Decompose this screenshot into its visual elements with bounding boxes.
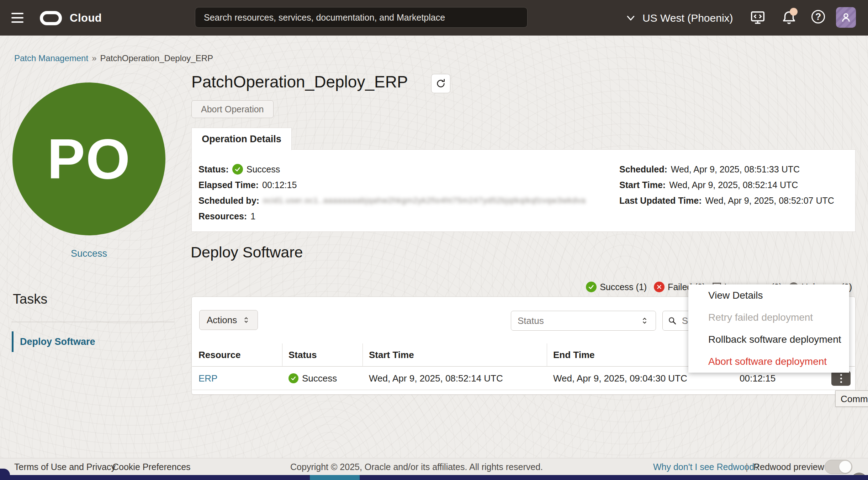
footer-separator: | — [746, 458, 748, 475]
global-search-input[interactable] — [195, 7, 528, 28]
page-title: PatchOperation_Deploy_ERP — [191, 72, 408, 91]
column-divider — [362, 343, 363, 367]
status-field: Status: Success — [199, 163, 280, 175]
entity-initials: PO — [47, 126, 131, 192]
success-check-icon — [289, 373, 298, 383]
region-chevron-down-icon[interactable] — [625, 13, 637, 23]
cell-resource: ERP — [192, 367, 282, 390]
dual-chevron-icon — [242, 316, 250, 324]
status-value: Success — [247, 164, 280, 175]
tasks-heading: Tasks — [13, 292, 47, 307]
success-check-icon — [232, 164, 243, 175]
legend-success: Success (1) — [586, 282, 647, 292]
column-header-start-time[interactable]: Start Time — [362, 343, 547, 367]
breadcrumb-patch-management[interactable]: Patch Management — [14, 53, 88, 63]
footer: Terms of Use and Privacy Cookie Preferen… — [0, 458, 868, 475]
user-avatar[interactable] — [836, 7, 856, 28]
scheduled-by-label: Scheduled by: — [199, 196, 259, 206]
refresh-button[interactable] — [431, 74, 450, 93]
entity-avatar-circle: PO — [12, 82, 165, 235]
row-actions-context-menu: View Details Retry failed deployment Rol… — [688, 284, 849, 373]
column-divider — [547, 343, 547, 367]
tab-operation-details[interactable]: Operation Details — [191, 128, 292, 150]
resource-link[interactable]: ERP — [199, 373, 217, 384]
success-check-icon — [586, 282, 597, 292]
actions-button[interactable]: Actions — [199, 310, 258, 330]
last-updated-label: Last Updated Time: — [619, 196, 702, 206]
resources-field: Resources: 1 — [199, 210, 255, 222]
scheduled-field: Scheduled: Wed, Apr 9, 2025, 08:51:33 UT… — [619, 163, 800, 175]
bottom-navy-bar — [0, 475, 868, 480]
redwood-preview-label: Redwood preview — [753, 458, 824, 475]
menu-item-view-details[interactable]: View Details — [688, 284, 849, 306]
status-value: Success — [302, 373, 337, 384]
resources-value: 1 — [250, 211, 255, 222]
menu-item-abort-software-deployment[interactable]: Abort software deployment — [688, 351, 849, 373]
scheduled-by-field: Scheduled by: ocid1.user.oc1..aaaaaaaabj… — [199, 194, 586, 207]
redwood-preview-toggle[interactable] — [825, 460, 852, 474]
start-time-field: Start Time: Wed, Apr 9, 2025, 08:52:14 U… — [619, 179, 798, 191]
toggle-knob — [839, 461, 851, 473]
bottom-bar-accent — [310, 475, 360, 480]
failed-x-icon — [654, 282, 665, 292]
top-header: Cloud US West (Phoenix) ? — [0, 0, 868, 36]
help-icon[interactable]: ? — [811, 10, 825, 23]
start-time-label: Start Time: — [619, 180, 666, 190]
start-time-value: Wed, Apr 9, 2025, 08:52:14 UTC — [669, 180, 798, 190]
status-label: Status: — [199, 164, 229, 175]
notification-dot — [790, 8, 798, 16]
dual-chevron-icon — [640, 316, 649, 325]
cookie-preferences-link[interactable]: Cookie Preferences — [112, 458, 191, 475]
terms-link[interactable]: Terms of Use and Privacy — [14, 458, 116, 475]
cell-start-time: Wed, Apr 9, 2025, 08:52:14 UTC — [362, 367, 547, 390]
entity-status-label: Success — [12, 248, 165, 259]
scheduled-value: Wed, Apr 9, 2025, 08:51:33 UTC — [671, 164, 800, 175]
deploy-software-heading: Deploy Software — [191, 244, 303, 261]
oracle-logo-icon — [40, 11, 62, 25]
menu-item-retry-failed-deployment: Retry failed deployment — [688, 306, 849, 329]
operation-details-panel: Status: Success Elapsed Time: 00:12:15 S… — [191, 149, 856, 232]
task-item-deploy-software[interactable]: Deploy Software — [12, 331, 95, 352]
row-actions-kebab-button[interactable] — [831, 371, 851, 386]
tasks-divider — [11, 322, 174, 322]
column-divider — [282, 343, 282, 367]
notifications-bell-icon[interactable] — [780, 9, 798, 27]
cloud-shell-icon[interactable] — [748, 9, 767, 27]
elapsed-label: Elapsed Time: — [199, 180, 259, 190]
last-updated-field: Last Updated Time: Wed, Apr 9, 2025, 08:… — [619, 194, 834, 207]
elapsed-value: 00:12:15 — [262, 180, 297, 190]
menu-item-rollback-software-deployment[interactable]: Rollback software deployment — [688, 329, 849, 351]
breadcrumb-current: PatchOperation_Deploy_ERP — [100, 53, 213, 63]
person-icon — [839, 10, 853, 25]
scheduled-label: Scheduled: — [619, 164, 667, 175]
status-filter-select[interactable]: Status — [511, 311, 656, 331]
breadcrumb: Patch Management»PatchOperation_Deploy_E… — [14, 53, 213, 63]
abort-operation-button[interactable]: Abort Operation — [191, 100, 274, 118]
elapsed-field: Elapsed Time: 00:12:15 — [199, 179, 297, 191]
brand-label: Cloud — [70, 12, 102, 25]
search-icon — [668, 316, 677, 326]
cell-status: Success — [282, 367, 362, 390]
column-header-resource[interactable]: Resource — [192, 343, 282, 367]
hamburger-menu-icon[interactable] — [11, 10, 28, 26]
refresh-icon — [435, 78, 446, 89]
command-tooltip: Comman — [835, 390, 868, 407]
last-updated-value: Wed, Apr 9, 2025, 08:52:07 UTC — [705, 196, 834, 206]
column-header-status[interactable]: Status — [282, 343, 362, 367]
copyright-text: Copyright © 2025, Oracle and/or its affi… — [290, 458, 543, 475]
scheduled-by-value-redacted: ocid1.user.oc1..aaaaaaaabjqahw2hkgm2yk2f… — [263, 196, 586, 205]
breadcrumb-separator: » — [92, 53, 96, 63]
redwood-question-link[interactable]: Why don't I see Redwood? — [653, 458, 759, 475]
region-selector[interactable]: US West (Phoenix) — [642, 12, 733, 24]
resources-label: Resources: — [199, 211, 247, 222]
